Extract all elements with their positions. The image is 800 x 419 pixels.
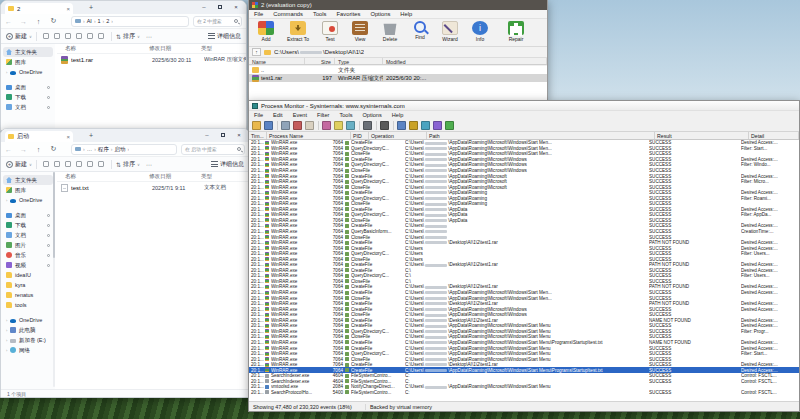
sidebar-item-此电脑[interactable]: ›此电脑 [3,325,53,335]
procmon-event-row[interactable]: 20:1...WinRAR.exe7064CreateFileC:\Users\… [249,262,799,268]
refresh-button[interactable]: ↻ [46,17,61,25]
more-options-button[interactable]: ⋯ [146,161,152,168]
include-icon[interactable] [346,121,355,130]
column-header-0[interactable]: 名称 [65,45,149,52]
sort-button[interactable]: ⇅排序∨ [116,160,140,169]
save-icon[interactable] [264,121,273,130]
column-header-tim-[interactable]: Tim... [249,132,267,139]
procmon-event-row[interactable]: 20:1...WinRAR.exe7064CreateFileC:\Users\… [249,345,799,351]
procmon-event-row[interactable]: 20:1...WinRAR.exe7064CloseFileC:\UsersSU… [249,256,799,262]
procmon-event-row[interactable]: 20:1...WinRAR.exe7064QueryDirectoryC...C… [249,212,799,218]
address-bar[interactable]: ›AI›1›2› [71,16,189,27]
show-filesystem-icon[interactable] [409,121,418,130]
capture-icon[interactable] [281,121,290,130]
winrar-tool-wizard[interactable]: Wizard [435,20,465,42]
column-header-name[interactable]: Name [249,58,305,64]
back-button[interactable]: ← [1,146,16,153]
procmon-event-row[interactable]: 20:1...WinRAR.exe7064CreateFileC:\Users\… [249,323,799,329]
breadcrumb-item[interactable]: 启动 [113,146,128,153]
sidebar-item-OneDrive[interactable]: ›OneDrive [3,67,53,77]
menu-help[interactable]: Help [395,11,417,17]
menu-file[interactable]: File [249,11,268,17]
procmon-event-row[interactable]: 20:1...WinRAR.exe7064CloseFileC:\SUCCESS [249,279,799,285]
column-header-path[interactable]: Path [427,132,655,139]
delete-icon[interactable] [98,161,104,167]
sidebar-item-桌面[interactable]: 桌面 [3,82,53,92]
menu-options[interactable]: Options [357,112,386,118]
sidebar-item-图库[interactable]: 图库 [3,185,53,195]
procmon-event-row[interactable]: 20:1...SearchIndexer.exe4604FileSystemCo… [249,379,799,385]
rename-icon[interactable] [76,161,82,167]
winrar-tool-find[interactable]: Find [405,20,435,40]
menu-event[interactable]: Event [288,112,312,118]
procmon-event-row[interactable]: 20:1...WinRAR.exe7064CloseFileC:\Users\\… [249,312,799,318]
sidebar-item-下载[interactable]: 下载 [3,92,53,102]
winrar-tool-extract-to[interactable]: Extract To [281,20,315,42]
winrar-address-bar[interactable]: ↑ C:\Users\\Desktop\AI\1\2 [249,47,547,57]
up-button[interactable]: ↑ [31,18,46,25]
new-button[interactable]: +新建∨ [6,32,32,41]
show-profiling-icon[interactable] [445,121,454,130]
procmon-event-row[interactable]: 20:1...SearchIndexer.exe4604FileSystemCo… [249,373,799,379]
winrar-tool-info[interactable]: Info [465,20,495,42]
procmon-event-row[interactable]: 20:1...WinRAR.exe7064CloseFileC:\Users\\… [249,151,799,157]
menu-commands[interactable]: Commands [268,11,308,17]
procmon-event-row[interactable]: 20:1...WinRAR.exe7064CloseFileC:\Users\\… [249,168,799,174]
procmon-event-row[interactable]: 20:1...SearchProtocolHo...5400FileSystem… [249,390,799,396]
cut-icon[interactable] [43,33,49,39]
menu-file[interactable]: File [249,112,268,118]
procmon-event-row[interactable]: 20:1...WinRAR.exe7064CreateFileC:\Users\… [249,284,799,290]
file-row[interactable]: test.txt2025/7/1 9:11文本文档 [57,182,249,193]
maximize-button[interactable] [212,1,228,14]
column-header-modified[interactable]: Modified [383,58,547,64]
menu-filter[interactable]: Filter [312,112,334,118]
menu-help[interactable]: Help [387,112,409,118]
procmon-event-row[interactable]: 20:1...WinRAR.exe7064CreateFileC:\Users\… [249,318,799,324]
sidebar-item-新加卷 (E:)[interactable]: ›新加卷 (E:) [3,335,53,345]
procmon-event-row[interactable]: 20:1...WinRAR.exe7064CreateFileC:\UsersS… [249,245,799,251]
sidebar-item-tools[interactable]: tools [3,300,53,310]
search-box[interactable]: 在 启动 中搜索 [181,144,245,155]
column-header-2[interactable]: 类型 [201,45,246,52]
sidebar-item-图库[interactable]: 图库 [3,57,53,67]
column-header-2[interactable]: 类型 [201,173,249,180]
sidebar-item-图片[interactable]: 图片 [3,240,53,250]
procmon-event-row[interactable]: 20:1...WinRAR.exe7064QueryDirectoryC...C… [249,179,799,185]
share-icon[interactable] [87,161,93,167]
new-tab-button[interactable]: + [89,132,93,139]
refresh-button[interactable]: ↻ [46,145,61,153]
forward-button[interactable]: → [16,146,31,153]
sidebar-item-renatus[interactable]: renatus [3,290,53,300]
winrar-tool-repair[interactable]: Repair [501,20,531,42]
procmon-event-row[interactable]: 20:1...WinRAR.exe7064CreateFileC:\Users\… [249,301,799,307]
details-view-button[interactable]: 详细信息 [208,32,241,41]
sidebar-item-OneDrive[interactable]: ›OneDrive [3,315,53,325]
breadcrumb-item[interactable]: … [85,146,95,152]
sidebar-item-音乐[interactable]: 音乐 [3,250,53,260]
procmon-event-row[interactable]: 20:1...WinRAR.exe7064CloseFileC:\Users\\… [249,184,799,190]
sidebar-item-kyra[interactable]: kyra [3,280,53,290]
procmon-event-row[interactable]: 20:1...WinRAR.exe7064QueryDirectoryC...C… [249,273,799,279]
menu-tools[interactable]: Tools [334,112,357,118]
menu-options[interactable]: Options [365,11,395,17]
new-tab-button[interactable]: + [89,4,93,11]
winrar-tool-view[interactable]: View [345,20,375,42]
procmon-event-row[interactable]: 20:1...WinRAR.exe7064CreateFileC:\Users\… [249,240,799,246]
new-button[interactable]: +新建∨ [6,160,32,169]
close-button[interactable]: × [231,129,247,142]
show-process-icon[interactable] [433,121,442,130]
sidebar-item-网络[interactable]: ›网络 [3,345,53,355]
copy-icon[interactable] [54,161,60,167]
up-one-level-button[interactable]: ↑ [252,48,261,56]
winrar-tool-delete[interactable]: Delete [375,20,405,42]
procmon-event-row[interactable]: 20:1...WinRAR.exe7064QueryDirectoryC...C… [249,351,799,357]
column-header-process-name[interactable]: Process Name [267,132,351,139]
column-header-size[interactable]: Size [305,58,335,64]
procmon-event-row[interactable]: 20:1...WinRAR.exe7064CreateFileC:\Users\… [249,190,799,196]
forward-button[interactable]: → [16,18,31,25]
menu-edit[interactable]: Edit [268,112,288,118]
procmon-event-row[interactable]: 20:1...WinRAR.exe7064CreateFileC:\Users\… [249,173,799,179]
winrar-tool-add[interactable]: Add [251,20,281,42]
menu-favorites[interactable]: Favorites [332,11,366,17]
minimize-button[interactable]: – [196,1,212,14]
